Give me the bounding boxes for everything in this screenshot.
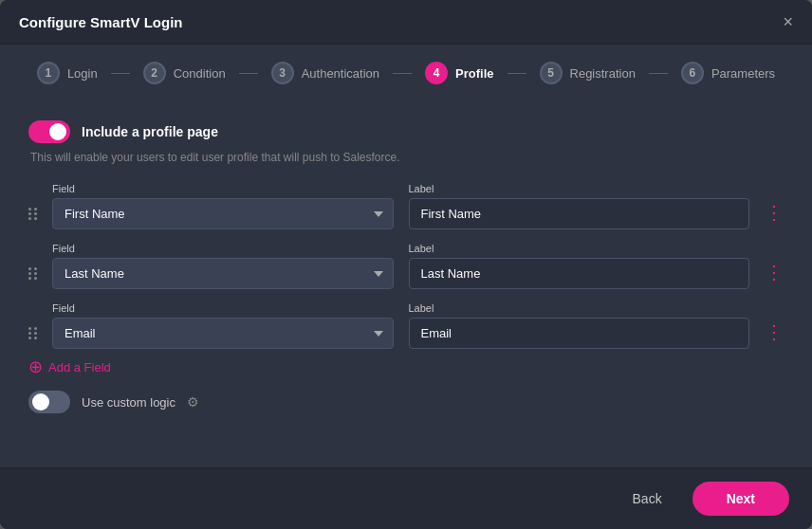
field-select-2[interactable]: Last Name First Name Email [52,258,394,289]
step-1-label: Login [67,66,98,81]
add-field-label: Add a Field [48,360,111,374]
field-select-1[interactable]: First Name Last Name Email [52,198,394,229]
fields-section: Field First Name Last Name Email Label ⋮ [28,183,784,349]
custom-logic-toggle[interactable] [28,391,70,413]
more-btn-1[interactable]: ⋮ [765,203,784,229]
step-2-circle: 2 [143,62,166,84]
toggle-knob [49,123,66,140]
field-label-3: Field [52,302,394,314]
step-profile[interactable]: 4 Profile [412,62,507,84]
drag-handle-2[interactable] [28,267,37,289]
step-authentication[interactable]: 3 Authentication [258,62,393,84]
label-col-label-1: Label [409,183,750,194]
label-col-label-3: Label [409,302,750,314]
modal: Configure SmartV Login × 1 Login 2 Condi… [0,0,812,529]
close-button[interactable]: × [783,13,793,30]
modal-title: Configure SmartV Login [19,14,183,30]
step-4-label: Profile [455,66,493,81]
include-profile-row: Include a profile page [28,120,784,143]
label-input-2[interactable] [409,258,750,289]
include-profile-toggle[interactable] [28,120,70,143]
more-btn-3[interactable]: ⋮ [765,322,784,349]
profile-subtext: This will enable your users to edit user… [30,151,784,164]
custom-logic-row: Use custom logic ⚙ [28,391,784,413]
modal-footer: Back Next [0,467,812,529]
step-1-circle: 1 [37,62,60,84]
step-divider-5 [649,73,668,74]
field-group-3: Field Email First Name Last Name [52,302,394,349]
label-group-1: Label [409,183,750,229]
custom-logic-label: Use custom logic [82,395,175,410]
stepper: 1 Login 2 Condition 3 Authentication 4 P… [0,45,812,101]
step-3-circle: 3 [271,62,294,84]
step-registration[interactable]: 5 Registration [526,62,649,84]
step-6-circle: 6 [681,62,704,84]
modal-header: Configure SmartV Login × [0,0,812,45]
custom-logic-knob [32,393,49,410]
field-select-3[interactable]: Email First Name Last Name [52,318,394,349]
field-row-3: Field Email First Name Last Name Label ⋮ [28,302,784,349]
more-btn-2[interactable]: ⋮ [765,263,784,289]
main-content: Include a profile page This will enable … [0,101,812,467]
step-2-label: Condition [174,66,226,81]
label-group-3: Label [409,302,750,349]
step-parameters[interactable]: 6 Parameters [668,62,788,84]
step-divider-4 [508,73,526,74]
field-label-1: Field [52,183,394,194]
label-input-1[interactable] [409,198,750,229]
step-3-label: Authentication [302,66,379,81]
label-col-label-2: Label [409,243,750,254]
step-4-circle: 4 [425,62,448,84]
step-5-circle: 5 [540,62,563,84]
step-divider-1 [111,73,130,74]
step-login[interactable]: 1 Login [24,62,111,84]
drag-handle-1[interactable] [28,208,37,229]
field-group-2: Field Last Name First Name Email [52,243,394,289]
drag-handle-3[interactable] [28,327,37,349]
field-label-2: Field [52,243,394,254]
field-row-2: Field Last Name First Name Email Label ⋮ [28,243,784,289]
label-group-2: Label [409,243,750,289]
step-6-label: Parameters [711,66,775,81]
step-divider-2 [239,73,258,74]
next-button[interactable]: Next [692,482,789,516]
label-input-3[interactable] [409,318,750,349]
step-divider-3 [393,73,412,74]
include-profile-label: Include a profile page [82,124,218,139]
gear-icon[interactable]: ⚙ [187,394,199,410]
field-row-1: Field First Name Last Name Email Label ⋮ [28,183,784,229]
add-field-button[interactable]: ⊕ Add a Field [28,358,111,375]
step-condition[interactable]: 2 Condition [130,62,239,84]
back-button[interactable]: Back [614,483,681,514]
add-field-icon: ⊕ [28,358,43,375]
step-5-label: Registration [570,66,636,81]
field-group-1: Field First Name Last Name Email [52,183,394,229]
